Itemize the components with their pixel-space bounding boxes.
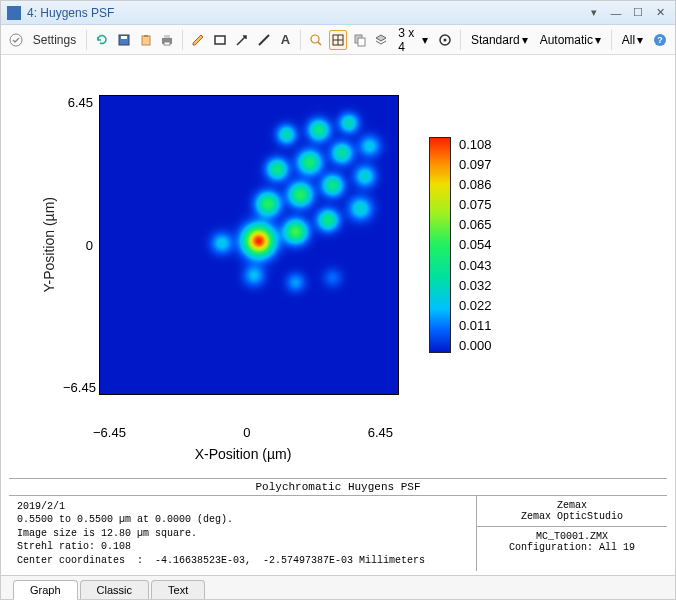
minimize-button[interactable]: — [607, 5, 625, 21]
svg-rect-3 [142, 36, 150, 45]
colorbar-ticks: 0.1080.0970.0860.0750.0650.0540.0430.032… [459, 137, 492, 353]
grid-label: 3 x 4 [398, 26, 420, 54]
colorbar-tick: 0.108 [459, 137, 492, 152]
chevron-down-icon: ▾ [637, 33, 643, 47]
colorbar-tick: 0.011 [459, 318, 492, 333]
colorbar-tick: 0.054 [459, 237, 492, 252]
svg-text:?: ? [657, 35, 663, 45]
colorbar-tick: 0.000 [459, 338, 492, 353]
copy-icon[interactable] [351, 30, 369, 50]
save-icon[interactable] [115, 30, 133, 50]
separator [182, 30, 183, 50]
line-icon[interactable] [255, 30, 273, 50]
x-tick: 6.45 [368, 425, 393, 440]
svg-rect-4 [144, 35, 148, 37]
colorbar-tick: 0.032 [459, 278, 492, 293]
app-window: 4: Huygens PSF ▾ — ☐ ✕ Settings A 3 x 4▾… [0, 0, 676, 600]
automatic-dropdown[interactable]: Automatic▾ [536, 33, 605, 47]
layers-icon[interactable] [373, 30, 391, 50]
rectangle-icon[interactable] [211, 30, 229, 50]
titlebar: 4: Huygens PSF ▾ — ☐ ✕ [1, 1, 675, 25]
software-product: Zemax OpticStudio [521, 511, 623, 522]
y-axis-label: Y-Position (µm) [41, 197, 57, 292]
x-axis-label: X-Position (µm) [93, 446, 393, 462]
standard-dropdown[interactable]: Standard▾ [467, 33, 532, 47]
toolbar: Settings A 3 x 4▾ Standard▾ Automatic▾ A… [1, 25, 675, 55]
fit-icon[interactable] [329, 30, 347, 50]
standard-label: Standard [471, 33, 520, 47]
file-name: MC_T0001.ZMX [536, 531, 608, 542]
tab-graph[interactable]: Graph [13, 580, 78, 600]
svg-rect-7 [164, 42, 170, 45]
app-icon [7, 6, 21, 20]
colorbar-tick: 0.065 [459, 217, 492, 232]
arrow-icon[interactable] [233, 30, 251, 50]
colorbar-tick: 0.022 [459, 298, 492, 313]
colorbar-tick: 0.097 [459, 157, 492, 172]
tab-classic[interactable]: Classic [80, 580, 149, 599]
automatic-label: Automatic [540, 33, 593, 47]
svg-rect-16 [358, 38, 365, 46]
all-dropdown[interactable]: All▾ [618, 33, 647, 47]
clipboard-icon[interactable] [137, 30, 155, 50]
svg-point-10 [311, 35, 319, 43]
svg-line-9 [259, 35, 269, 45]
separator [460, 30, 461, 50]
colorbar [429, 137, 451, 353]
x-axis-ticks: −6.45 0 6.45 [93, 425, 393, 440]
chevron-down-icon: ▾ [522, 33, 528, 47]
colorbar-tick: 0.086 [459, 177, 492, 192]
tab-text[interactable]: Text [151, 580, 205, 599]
help-icon[interactable]: ? [651, 30, 669, 50]
info-panel: Polychromatic Huygens PSF 2019/2/1 0.550… [9, 478, 667, 572]
software-name: Zemax [557, 500, 587, 511]
svg-rect-6 [164, 35, 170, 38]
y-tick: 0 [63, 238, 93, 253]
software-info: Zemax Zemax OpticStudio [477, 496, 667, 527]
config-info: Configuration: All 19 [509, 542, 635, 553]
pencil-icon[interactable] [189, 30, 207, 50]
colorbar-tick: 0.043 [459, 258, 492, 273]
svg-point-18 [444, 38, 447, 41]
svg-point-0 [10, 34, 22, 46]
colorbar-tick: 0.075 [459, 197, 492, 212]
svg-rect-2 [121, 36, 127, 39]
separator [611, 30, 612, 50]
separator [86, 30, 87, 50]
view-tabs: Graph Classic Text [1, 575, 675, 599]
y-tick: 6.45 [63, 95, 93, 110]
plot-area: Y-Position (µm) 6.45 0 −6.45 0.1080.0970… [1, 55, 675, 478]
maximize-button[interactable]: ☐ [629, 5, 647, 21]
check-icon[interactable] [7, 30, 25, 50]
grid-dimensions[interactable]: 3 x 4▾ [394, 26, 432, 54]
zoom-icon[interactable] [307, 30, 325, 50]
info-text: 2019/2/1 0.5500 to 0.5500 µm at 0.0000 (… [9, 496, 477, 572]
refresh-icon[interactable] [93, 30, 111, 50]
chevron-down-icon: ▾ [595, 33, 601, 47]
y-axis-ticks: 6.45 0 −6.45 [63, 95, 99, 395]
file-info: MC_T0001.ZMX Configuration: All 19 [477, 527, 667, 557]
print-icon[interactable] [158, 30, 176, 50]
all-label: All [622, 33, 635, 47]
text-icon[interactable]: A [276, 30, 294, 50]
y-tick: −6.45 [63, 380, 93, 395]
close-button[interactable]: ✕ [651, 5, 669, 21]
heatmap[interactable] [99, 95, 399, 395]
window-title: 4: Huygens PSF [27, 6, 581, 20]
svg-rect-8 [215, 36, 225, 44]
separator [300, 30, 301, 50]
colorbar-wrap: 0.1080.0970.0860.0750.0650.0540.0430.032… [429, 95, 492, 395]
chevron-down-icon: ▾ [422, 33, 428, 47]
settings-button[interactable]: Settings [29, 33, 80, 47]
target-icon[interactable] [436, 30, 454, 50]
info-title: Polychromatic Huygens PSF [9, 479, 667, 496]
x-tick: −6.45 [93, 425, 126, 440]
dropdown-icon[interactable]: ▾ [585, 5, 603, 21]
svg-line-11 [318, 42, 321, 45]
x-tick: 0 [243, 425, 250, 440]
